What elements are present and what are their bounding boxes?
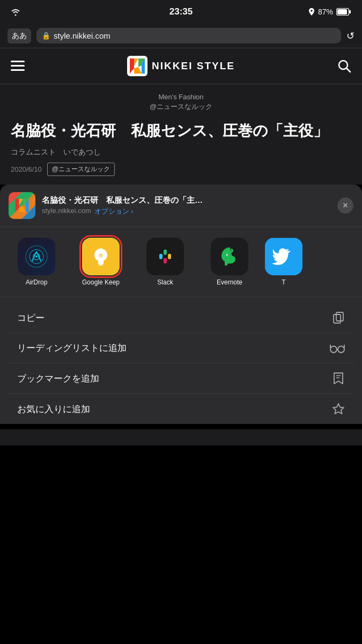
share-header: 名脇役・光石研 私服センス、圧巻の「主… style.nikkei.com オプ… [0,185,362,227]
twitter-icon [265,238,302,275]
share-url-text: style.nikkei.com [42,207,91,216]
nikkei-logo: NIKKEI STYLE [127,56,235,76]
menu-item-favorite[interactable]: お気に入りに追加 [8,394,354,424]
article-date: 2020/6/10 [11,165,42,173]
browser-bar: ああ 🔒 style.nikkei.com ↺ [0,24,362,48]
glasses-icon [330,343,345,353]
svg-rect-29 [334,314,341,323]
menu-item-reading-list[interactable]: リーディングリストに追加 [8,333,354,363]
menu-list: コピー リーディングリストに追加 ブックマークを追 [8,303,354,424]
app-item-slack[interactable]: Slack [133,236,197,288]
article-subcategory: @ニュースなルック [11,102,351,112]
svg-point-0 [311,10,313,12]
lock-icon: 🔒 [42,32,50,40]
share-close-button[interactable]: × [337,197,353,214]
slack-icon [146,238,184,275]
menu-bookmark-label: ブックマークを追加 [17,372,99,385]
svg-rect-25 [164,258,167,261]
bottom-spacer [0,429,362,445]
menu-reading-list-label: リーディングリストに追加 [17,342,127,354]
svg-point-27 [227,254,228,255]
nikkei-header: NIKKEI STYLE [0,48,362,84]
star-icon [332,402,345,415]
share-sheet: 名脇役・光石研 私服センス、圧巻の「主… style.nikkei.com オプ… [0,185,362,424]
status-right: 87% [308,8,351,16]
google-keep-icon [82,238,120,275]
app-item-google-keep[interactable]: Google Keep [69,236,133,288]
article-meta: 2020/6/10 @ニュースなルック [11,163,351,176]
svg-rect-21 [164,250,167,253]
copy-icon [332,311,345,324]
menu-item-copy[interactable]: コピー [8,303,354,333]
nikkei-title: NIKKEI STYLE [152,60,235,72]
evernote-icon [211,238,248,275]
share-title: 名脇役・光石研 私服センス、圧巻の「主… [42,195,331,206]
aa-button[interactable]: ああ [8,28,31,43]
app-row: AirDrop Google Keep [0,227,362,297]
svg-rect-6 [11,69,25,71]
article-tag[interactable]: @ニュースなルック [47,163,115,176]
article-category: Men's Fashion [11,93,351,101]
svg-rect-19 [159,254,162,257]
menu-copy-label: コピー [17,312,45,324]
app-item-twitter[interactable]: T [262,236,306,288]
battery-percent: 87% [318,8,333,16]
twitter-label: T [282,279,285,286]
share-option-link[interactable]: オプション › [94,207,134,216]
svg-rect-5 [11,65,25,67]
status-left [11,8,20,16]
article-author: コラムニスト いであつし [11,148,351,157]
wifi-icon [11,8,20,16]
article-title: 名脇役・光石研 私服センス、圧巻の「主役」 [11,120,351,141]
svg-rect-3 [337,9,347,14]
menu-favorite-label: お気に入りに追加 [17,403,90,415]
url-text: style.nikkei.com [54,31,110,40]
svg-point-30 [330,346,337,353]
evernote-label: Evernote [217,279,242,286]
airdrop-label: AirDrop [26,279,48,286]
nikkei-logo-icon [127,56,147,76]
svg-point-31 [338,346,344,353]
svg-rect-28 [336,312,343,321]
search-icon[interactable] [337,59,351,73]
slack-label: Slack [157,279,173,286]
svg-point-17 [99,253,103,258]
book-icon [332,372,345,385]
airdrop-icon [18,238,55,275]
url-bar[interactable]: 🔒 style.nikkei.com [36,28,341,43]
location-icon [308,8,315,16]
battery-icon [336,8,351,16]
svg-rect-16 [99,265,103,266]
svg-rect-4 [11,61,25,62]
google-keep-label: Google Keep [82,279,120,286]
app-item-evernote[interactable]: Evernote [197,236,262,288]
menu-item-bookmark[interactable]: ブックマークを追加 [8,363,354,394]
hamburger-icon[interactable] [11,61,25,71]
svg-point-15 [35,255,38,258]
article-area: Men's Fashion @ニュースなルック 名脇役・光石研 私服センス、圧巻… [0,84,362,185]
share-app-icon [9,192,35,219]
share-title-block: 名脇役・光石研 私服センス、圧巻の「主… style.nikkei.com オプ… [42,195,331,216]
status-bar: 23:35 87% [0,0,362,24]
reload-button[interactable]: ↺ [346,30,354,42]
share-url-line: style.nikkei.com オプション › [42,207,331,216]
svg-rect-2 [349,10,351,13]
svg-line-11 [346,68,350,72]
svg-rect-23 [168,254,171,257]
app-item-airdrop[interactable]: AirDrop [4,236,69,288]
status-time: 23:35 [169,6,193,17]
